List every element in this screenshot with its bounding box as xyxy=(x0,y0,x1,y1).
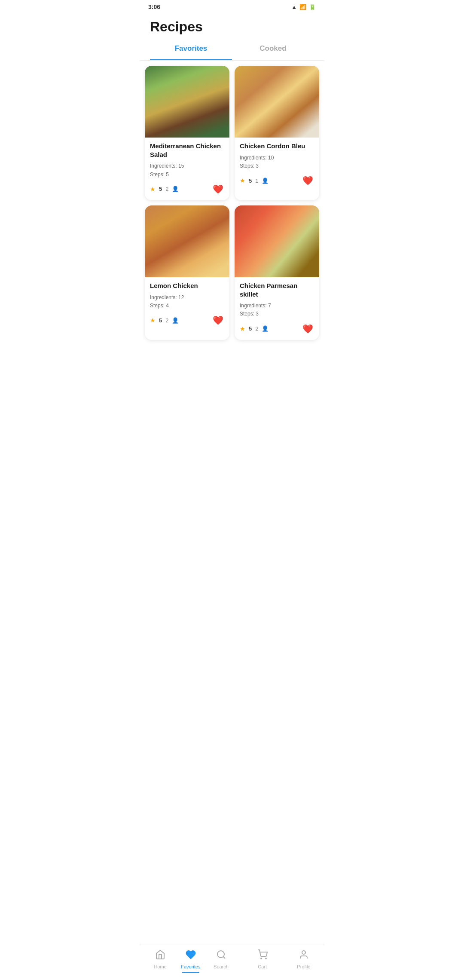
recipe-footer-4: ★ 5 2 👤 ❤️ xyxy=(240,323,314,335)
cart-icon xyxy=(257,949,268,962)
recipe-meta-3: Ingredients: 12Steps: 4 xyxy=(150,294,224,310)
recipe-stats-3: ★ 5 2 👤 xyxy=(150,317,179,324)
person-count-3: 2 xyxy=(165,317,168,324)
recipes-grid: Mediterranean Chicken Salad Ingredients:… xyxy=(140,66,324,383)
recipe-info-4: Chicken Parmesan skillet Ingredients: 7S… xyxy=(235,277,319,340)
search-icon xyxy=(216,949,226,962)
status-bar: 3:06 ▲ 📶 🔋 xyxy=(140,0,324,14)
person-icon-2: 👤 xyxy=(262,178,269,184)
recipe-name-3: Lemon Chicken xyxy=(150,282,224,290)
recipe-meta-4: Ingredients: 7Steps: 3 xyxy=(240,302,314,318)
star-icon-4: ★ xyxy=(240,325,245,332)
nav-home[interactable]: Home xyxy=(140,948,181,973)
svg-point-4 xyxy=(302,951,305,954)
recipe-card-1[interactable]: Mediterranean Chicken Salad Ingredients:… xyxy=(145,66,229,200)
nav-search[interactable]: Search xyxy=(200,948,241,973)
battery-icon: 🔋 xyxy=(309,4,316,10)
tab-cooked[interactable]: Cooked xyxy=(232,38,314,60)
nav-favorites[interactable]: Favorites xyxy=(181,948,200,971)
nav-cart[interactable]: Cart xyxy=(242,948,283,973)
recipe-name-1: Mediterranean Chicken Salad xyxy=(150,142,224,159)
star-icon-2: ★ xyxy=(240,177,245,184)
home-label: Home xyxy=(154,964,166,969)
signal-icon: 📶 xyxy=(299,4,306,10)
rating-2: 5 xyxy=(249,178,252,184)
status-icons: ▲ 📶 🔋 xyxy=(291,4,316,10)
favorite-button-1[interactable]: ❤️ xyxy=(212,183,224,195)
svg-line-1 xyxy=(223,957,225,959)
nav-profile[interactable]: Profile xyxy=(283,948,324,973)
favorite-button-4[interactable]: ❤️ xyxy=(302,323,314,335)
page-title: Recipes xyxy=(150,19,314,35)
recipe-image-4 xyxy=(235,205,319,277)
cart-label: Cart xyxy=(258,964,267,969)
svg-point-0 xyxy=(217,951,224,958)
page-header: Recipes xyxy=(140,14,324,38)
nav-favorites-container: Favorites xyxy=(181,948,200,973)
status-time: 3:06 xyxy=(148,3,160,10)
recipe-footer-3: ★ 5 2 👤 ❤️ xyxy=(150,314,224,326)
rating-1: 5 xyxy=(159,186,162,192)
recipe-stats-4: ★ 5 2 👤 xyxy=(240,325,269,332)
favorites-icon xyxy=(186,949,196,962)
svg-point-3 xyxy=(266,958,266,959)
recipe-footer-1: ★ 5 2 👤 ❤️ xyxy=(150,183,224,195)
person-count-2: 1 xyxy=(255,178,258,184)
recipe-info-2: Chicken Cordon Bleu Ingredients: 10Steps… xyxy=(235,138,319,192)
recipe-card-4[interactable]: Chicken Parmesan skillet Ingredients: 7S… xyxy=(235,205,319,340)
person-count-4: 2 xyxy=(255,325,258,332)
recipe-card-2[interactable]: Chicken Cordon Bleu Ingredients: 10Steps… xyxy=(235,66,319,200)
recipe-stats-1: ★ 5 2 👤 xyxy=(150,186,179,193)
favorite-button-2[interactable]: ❤️ xyxy=(302,175,314,187)
favorite-button-3[interactable]: ❤️ xyxy=(212,314,224,326)
bottom-nav: Home Favorites Search xyxy=(140,944,324,980)
recipe-footer-2: ★ 5 1 👤 ❤️ xyxy=(240,175,314,187)
tabs-container: Favorites Cooked xyxy=(140,38,324,61)
wifi-icon: ▲ xyxy=(291,4,297,10)
recipe-info-3: Lemon Chicken Ingredients: 12Steps: 4 ★ … xyxy=(145,277,229,331)
home-icon xyxy=(155,949,165,962)
rating-4: 5 xyxy=(249,325,252,332)
svg-point-2 xyxy=(261,958,262,959)
person-icon-3: 👤 xyxy=(172,317,179,324)
recipe-card-3[interactable]: Lemon Chicken Ingredients: 12Steps: 4 ★ … xyxy=(145,205,229,340)
recipe-meta-2: Ingredients: 10Steps: 3 xyxy=(240,154,314,170)
recipe-info-1: Mediterranean Chicken Salad Ingredients:… xyxy=(145,138,229,200)
rating-3: 5 xyxy=(159,317,162,324)
profile-label: Profile xyxy=(297,964,310,969)
person-count-1: 2 xyxy=(165,186,168,192)
favorites-label: Favorites xyxy=(181,964,200,969)
person-icon-4: 👤 xyxy=(262,325,269,332)
search-label: Search xyxy=(214,964,229,969)
recipe-image-1 xyxy=(145,66,229,138)
recipe-name-2: Chicken Cordon Bleu xyxy=(240,142,314,150)
recipe-stats-2: ★ 5 1 👤 xyxy=(240,177,269,184)
recipe-image-3 xyxy=(145,205,229,277)
star-icon-3: ★ xyxy=(150,317,156,324)
recipe-meta-1: Ingredients: 15Steps: 5 xyxy=(150,162,224,178)
nav-active-indicator xyxy=(182,972,199,973)
star-icon-1: ★ xyxy=(150,186,156,193)
person-icon-1: 👤 xyxy=(172,186,179,192)
recipe-name-4: Chicken Parmesan skillet xyxy=(240,282,314,298)
profile-icon xyxy=(299,949,309,962)
recipe-image-2 xyxy=(235,66,319,138)
tab-favorites[interactable]: Favorites xyxy=(150,38,232,60)
